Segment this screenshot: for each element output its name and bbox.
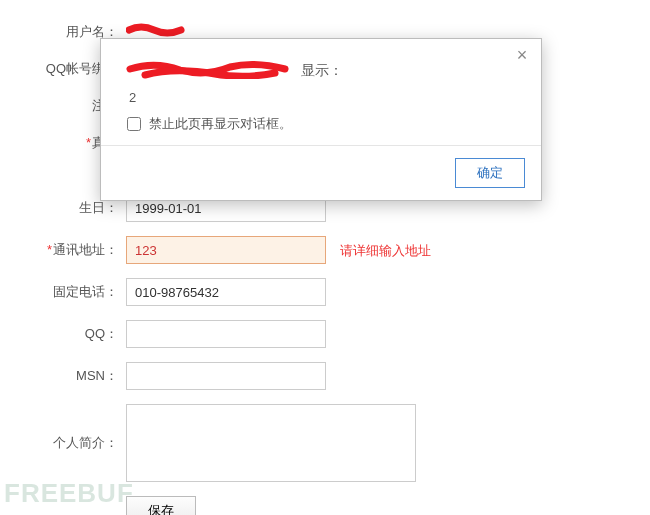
dialog-footer: 确定	[101, 145, 541, 200]
dialog-origin: 显示：	[125, 57, 521, 82]
redacted-origin	[125, 57, 295, 82]
row-address: *通讯地址： 请详细输入地址	[0, 236, 650, 264]
ok-button[interactable]: 确定	[455, 158, 525, 188]
close-icon[interactable]: ×	[513, 47, 531, 65]
label-qq: QQ：	[0, 320, 118, 343]
suppress-label: 禁止此页再显示对话框。	[149, 115, 292, 133]
address-error: 请详细输入地址	[340, 236, 431, 260]
suppress-row[interactable]: 禁止此页再显示对话框。	[127, 115, 521, 133]
required-mark: *	[47, 242, 52, 257]
address-field[interactable]	[126, 236, 326, 264]
msn-field[interactable]	[126, 362, 326, 390]
row-save: 保存	[126, 496, 650, 515]
row-phone: 固定电话：	[0, 278, 650, 306]
alert-dialog: × 显示： 2 禁止此页再显示对话框。 确定	[100, 38, 542, 201]
dialog-says: 显示：	[301, 62, 343, 82]
row-qq: QQ：	[0, 320, 650, 348]
row-msn: MSN：	[0, 362, 650, 390]
bio-field[interactable]	[126, 404, 416, 482]
suppress-checkbox[interactable]	[127, 117, 141, 131]
label-bio: 个人简介：	[0, 404, 118, 452]
phone-field[interactable]	[126, 278, 326, 306]
label-address: *通讯地址：	[0, 236, 118, 259]
row-bio: 个人简介：	[0, 404, 650, 482]
qq-field[interactable]	[126, 320, 326, 348]
dialog-body: 显示： 2 禁止此页再显示对话框。	[101, 39, 541, 145]
label-phone: 固定电话：	[0, 278, 118, 301]
watermark: FREEBUF	[4, 478, 134, 509]
required-mark: *	[86, 135, 91, 150]
save-button[interactable]: 保存	[126, 496, 196, 515]
label-msn: MSN：	[0, 362, 118, 385]
redacted-username	[126, 21, 186, 39]
dialog-message: 2	[129, 90, 521, 105]
